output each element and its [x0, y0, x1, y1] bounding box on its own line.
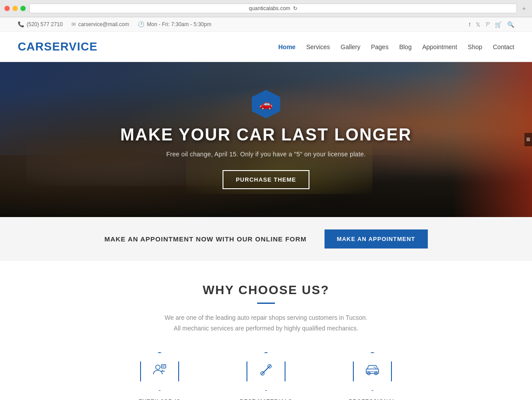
nav-blog[interactable]: Blog [399, 43, 411, 50]
standards-icon [364, 362, 380, 381]
email-item: ✉ carservice@mail.com [71, 21, 129, 27]
feature-standards: PROFESSIONAL STANDARDS [337, 352, 408, 400]
new-tab-icon[interactable]: + [520, 4, 528, 13]
svg-rect-1 [161, 365, 166, 368]
hero-subtitle: Free oil change, April 15. Only if you h… [120, 151, 411, 158]
why-section: WHY CHOOSE US? We are one of the leading… [0, 261, 532, 400]
browser-chrome: quanticalabs.com ↻ + [0, 0, 532, 17]
appointment-banner: MAKE AN APPOINTMENT NOW WITH OUR ONLINE … [0, 217, 532, 261]
clock-icon: 🕐 [138, 21, 145, 27]
hero-title: MAKE YOUR CAR LAST LONGER [120, 125, 411, 144]
pinterest-icon[interactable]: 𝓟 [485, 21, 489, 28]
feature-hexagon-personal [140, 352, 179, 391]
appointment-banner-text: MAKE AN APPOINTMENT NOW WITH OUR ONLINE … [104, 235, 306, 243]
nav-appointment[interactable]: Appointment [422, 43, 457, 50]
feature-personal-label: EVERY JOB IS PERSONAL [124, 399, 195, 400]
feature-hexagon-materials [246, 352, 286, 391]
why-desc-line1: We are one of the leading auto repair sh… [164, 314, 367, 321]
side-control[interactable]: ≡ [524, 133, 532, 146]
nav-links: Home Services Gallery Pages Blog Appoint… [278, 43, 514, 50]
feature-personal: EVERY JOB IS PERSONAL [124, 352, 195, 400]
top-bar: 📞 (520) 577 2710 ✉ carservice@mail.com 🕐… [0, 17, 532, 32]
nav-pages[interactable]: Pages [371, 43, 389, 50]
reload-icon[interactable]: ↻ [293, 5, 297, 12]
car-icon: 🚗 [259, 98, 273, 110]
menu-bars-icon: ≡ [526, 136, 530, 144]
traffic-lights [4, 6, 26, 11]
phone-item: 📞 (520) 577 2710 [18, 21, 63, 27]
purchase-theme-button[interactable]: PURCHASE THEME [223, 170, 309, 189]
cart-icon[interactable]: 🛒 [495, 21, 502, 28]
nav-contact[interactable]: Contact [493, 43, 514, 50]
business-hours: Mon - Fri: 7:30am - 5:30pm [147, 21, 211, 27]
facebook-icon[interactable]: f [469, 21, 470, 28]
nav-home[interactable]: Home [278, 43, 296, 50]
personal-icon [152, 362, 168, 381]
nav-gallery[interactable]: Gallery [340, 43, 360, 50]
feature-hexagon-standards [353, 352, 392, 391]
close-button[interactable] [4, 6, 10, 11]
make-appointment-button[interactable]: MAKE AN APPOINTMENT [325, 229, 428, 249]
url-text: quanticalabs.com [249, 5, 290, 12]
feature-standards-label: PROFESSIONAL STANDARDS [337, 399, 408, 400]
nav-shop[interactable]: Shop [468, 43, 482, 50]
feature-hex-materials [246, 352, 286, 392]
why-underline [257, 303, 275, 304]
navbar: CARSERVICE Home Services Gallery Pages B… [0, 32, 532, 62]
logo[interactable]: CARSERVICE [18, 40, 98, 54]
nav-services[interactable]: Services [306, 43, 330, 50]
feature-materials-label: BEST MATERIALS [240, 399, 292, 400]
materials-icon [258, 362, 274, 381]
twitter-icon[interactable]: 𝕏 [476, 21, 480, 28]
why-description: We are one of the leading auto repair sh… [18, 313, 514, 334]
features-row: EVERY JOB IS PERSONAL BEST MATERIALS [18, 352, 514, 400]
why-desc-line2: All mechanic services are performed by h… [174, 325, 358, 332]
svg-line-7 [264, 368, 268, 372]
hero-hexagon-icon: 🚗 [252, 90, 280, 118]
phone-number: (520) 577 2710 [27, 21, 63, 27]
why-title: WHY CHOOSE US? [18, 283, 514, 297]
hero-icon-wrapper: 🚗 [120, 90, 411, 118]
address-bar[interactable]: quanticalabs.com ↻ [29, 4, 517, 13]
maximize-button[interactable] [20, 6, 26, 11]
top-bar-right: f 𝕏 𝓟 🛒 🔍 [469, 21, 514, 28]
email-address: carservice@mail.com [78, 21, 129, 27]
feature-hex-personal [140, 352, 180, 392]
minimize-button[interactable] [12, 6, 18, 11]
hero-section: 🚗 MAKE YOUR CAR LAST LONGER Free oil cha… [0, 62, 532, 217]
search-icon[interactable]: 🔍 [507, 21, 514, 28]
hero-content: 🚗 MAKE YOUR CAR LAST LONGER Free oil cha… [120, 90, 411, 189]
hours-item: 🕐 Mon - Fri: 7:30am - 5:30pm [138, 21, 211, 27]
feature-hex-standards [352, 352, 392, 392]
feature-materials: BEST MATERIALS [231, 352, 301, 400]
phone-icon: 📞 [18, 21, 24, 27]
svg-point-0 [156, 365, 160, 369]
top-bar-left: 📞 (520) 577 2710 ✉ carservice@mail.com 🕐… [18, 21, 211, 27]
email-icon: ✉ [71, 21, 76, 27]
